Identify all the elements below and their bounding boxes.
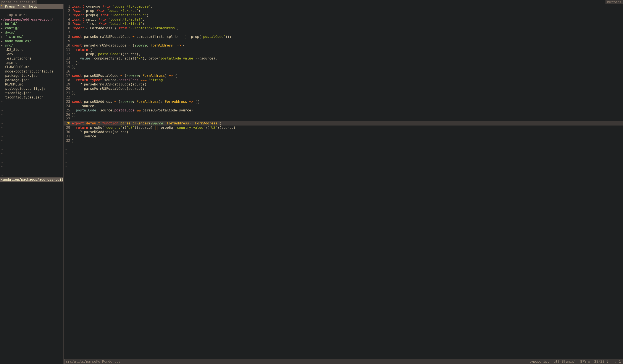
code-line[interactable]: 1import compose from 'lodash/fp/compose'… [64, 4, 623, 9]
code-line[interactable]: 18 return typeof source.postalCode === '… [64, 78, 623, 82]
line-number: 2 [64, 9, 72, 13]
code-content[interactable]: const parseUSPostalCode = (source: FormA… [72, 74, 623, 78]
tab-filename[interactable]: parseForRender.ts [0, 0, 37, 4]
code-content[interactable]: import first from 'lodash/fp/first'; [72, 22, 623, 26]
code-content[interactable]: return typeof source.postalCode === 'str… [72, 78, 623, 82]
file-tree: " Press ? for help .. (up a dir) </packa… [0, 4, 63, 364]
code-line[interactable]: 6import { FormAddress } from '../domains… [64, 26, 623, 30]
tree-dir[interactable]: ▸ build/ [0, 22, 63, 26]
code-line[interactable]: 3import propEq from 'lodash/fp/propEq'; [64, 13, 623, 17]
tree-file[interactable]: .eslintignore [0, 56, 63, 61]
code-line[interactable]: 11 return { [64, 48, 623, 52]
code-content[interactable]: ...prop('postalCode')(source), [72, 52, 623, 56]
code-content[interactable]: import prop from 'lodash/fp/prop'; [72, 9, 623, 13]
code-content[interactable] [72, 117, 623, 121]
code-content[interactable]: postalCode: source.postalCode && parseUS… [72, 108, 623, 112]
tree-file[interactable]: package.json [0, 78, 63, 82]
status-percent: 87% ≡ [578, 360, 592, 364]
code-content[interactable]: }; [72, 65, 623, 69]
buffers-label[interactable]: buffers [605, 0, 623, 4]
code-content[interactable]: const parseUSAddress = (source: FormAddr… [72, 100, 623, 104]
code-content[interactable]: ? parseNormalUSPostalCode(source) [72, 82, 623, 86]
code-content[interactable]: }); [72, 112, 623, 117]
code-line[interactable]: 13 value: compose(first, split('-'), pro… [64, 56, 623, 61]
code-line[interactable]: 29 return propEq('country')('US')(source… [64, 126, 623, 130]
help-quote: " [1, 4, 3, 8]
tree-root[interactable]: </packages/address-editor/ [0, 17, 63, 22]
code-line[interactable]: 24 ...source, [64, 104, 623, 108]
tree-file[interactable]: node-bootstrap.config.js [0, 69, 63, 74]
code-line[interactable]: 2import prop from 'lodash/fp/prop'; [64, 9, 623, 13]
code-content[interactable]: : parseFormUSPostalCode(source); [72, 86, 623, 91]
code-content[interactable]: return propEq('country')('US')(source) |… [72, 126, 623, 130]
scroll-thumb[interactable] [620, 121, 623, 126]
code-content[interactable]: : source; [72, 134, 623, 138]
tree-file[interactable]: package-lock.json [0, 74, 63, 78]
code-content[interactable]: }; [72, 61, 623, 65]
code-line[interactable]: 9 [64, 39, 623, 43]
code-content[interactable] [72, 69, 623, 74]
code-line[interactable]: 16 [64, 69, 623, 74]
code-content[interactable]: ? parseUSAddress(source) [72, 130, 623, 134]
code-line[interactable]: 28export default function parseForRender… [64, 121, 623, 126]
code-line[interactable]: 27 [64, 117, 623, 121]
up-dir[interactable]: .. (up a dir) [0, 13, 63, 17]
code-content[interactable] [72, 39, 623, 43]
editor-pane: 1import compose from 'lodash/fp/compose'… [64, 4, 623, 364]
code-content[interactable]: import compose from 'lodash/fp/compose'; [72, 4, 623, 9]
code-line[interactable]: 17const parseUSPostalCode = (source: For… [64, 74, 623, 78]
code-content[interactable] [72, 30, 623, 35]
tree-file[interactable]: .DS_Store [0, 48, 63, 52]
tree-dir[interactable]: ▸ node_modules/ [0, 39, 63, 43]
code-line[interactable]: 4import split from 'lodash/fp/split'; [64, 17, 623, 22]
tree-file[interactable]: styleguide.config.js [0, 86, 63, 91]
code-content[interactable]: }; [72, 91, 623, 95]
code-line[interactable]: 31 : source; [64, 134, 623, 138]
tree-dir[interactable]: ▸ src/ [0, 43, 63, 48]
tree-dir[interactable]: ▸ docs/ [0, 30, 63, 35]
tree-file[interactable]: tsconfig.json [0, 91, 63, 95]
empty-line: ~ [0, 117, 63, 121]
code-line[interactable]: 12 ...prop('postalCode')(source), [64, 52, 623, 56]
code-content[interactable]: value: compose(first, split('-'), prop('… [72, 56, 623, 61]
code-line[interactable]: 20 : parseFormUSPostalCode(source); [64, 86, 623, 91]
code-content[interactable]: } [72, 138, 623, 143]
code-content[interactable]: import { FormAddress } from '../domains/… [72, 26, 623, 30]
code-line[interactable]: 26}); [64, 112, 623, 117]
code-area[interactable]: 1import compose from 'lodash/fp/compose'… [64, 4, 623, 359]
tree-file[interactable]: .npmrc [0, 61, 63, 65]
tree-file[interactable]: README.md [0, 82, 63, 86]
code-line[interactable]: 10const parseFormUSPostalCode = (source:… [64, 43, 623, 48]
code-line[interactable]: 14 }; [64, 61, 623, 65]
code-line[interactable]: 25 postalCode: source.postalCode && pars… [64, 108, 623, 112]
scrollbar[interactable] [620, 4, 623, 359]
code-content[interactable]: export default function parseForRender(s… [72, 121, 623, 126]
code-content[interactable]: return { [72, 48, 623, 52]
code-content[interactable]: const parseFormUSPostalCode = (source: F… [72, 43, 623, 48]
code-line[interactable]: 21}; [64, 91, 623, 95]
code-line[interactable]: 5import first from 'lodash/fp/first'; [64, 22, 623, 26]
tree-file[interactable]: CHANGELOG.md [0, 65, 63, 69]
line-number: 16 [64, 69, 72, 74]
code-line[interactable]: 8const parseNormalUSPostalCode = compose… [64, 35, 623, 39]
code-line[interactable]: 32} [64, 138, 623, 143]
code-content[interactable]: const parseNormalUSPostalCode = compose(… [72, 35, 623, 39]
help-text: Press ? for help [3, 4, 37, 8]
code-content[interactable]: import split from 'lodash/fp/split'; [72, 17, 623, 22]
code-content[interactable] [72, 95, 623, 100]
tree-dir[interactable]: ▸ config/ [0, 26, 63, 30]
code-line[interactable]: 15}; [64, 65, 623, 69]
code-line[interactable]: 23const parseUSAddress = (source: FormAd… [64, 100, 623, 104]
code-line[interactable]: 7 [64, 30, 623, 35]
empty-line: ~ [0, 134, 63, 138]
tree-file[interactable]: tsconfig.types.json [0, 95, 63, 100]
code-content[interactable]: ...source, [72, 104, 623, 108]
code-line[interactable]: 19 ? parseNormalUSPostalCode(source) [64, 82, 623, 86]
code-line[interactable]: 30 ? parseUSAddress(source) [64, 130, 623, 134]
tree-file[interactable]: .env [0, 52, 63, 56]
code-line[interactable]: 22 [64, 95, 623, 100]
code-content[interactable]: import propEq from 'lodash/fp/propEq'; [72, 13, 623, 17]
line-number: 28 [64, 121, 72, 126]
tree-dir[interactable]: ▸ fixtures/ [0, 35, 63, 39]
line-number: 13 [64, 56, 72, 61]
